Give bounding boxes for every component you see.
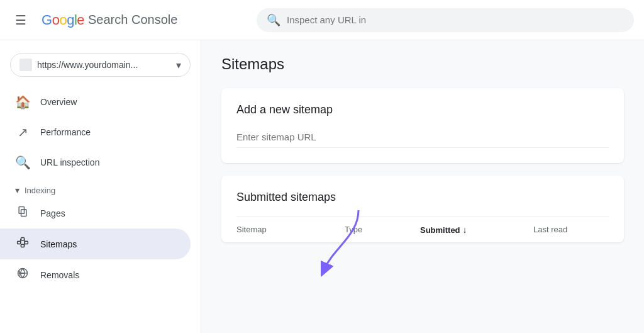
indexing-section-header[interactable]: ▾ Indexing [0,178,201,198]
svg-line-10 [25,239,25,242]
page-title: Sitemaps [221,55,624,73]
logo: Google Search Console [42,12,177,28]
trending-up-icon: ↗ [15,125,30,140]
svg-rect-1 [21,210,26,217]
search-input[interactable] [287,14,624,25]
sidebar-item-label: Performance [40,127,91,137]
sidebar-item-removals[interactable]: Removals [0,259,191,290]
svg-rect-4 [21,244,25,247]
header: ☰ Google Search Console 🔍 [0,0,644,40]
svg-line-11 [25,242,25,246]
pages-icon [15,205,30,221]
sitemap-icon [15,236,30,252]
product-name: Search Console [88,13,177,27]
sitemap-url-input[interactable] [236,127,609,148]
sidebar: https://www.yourdomain... ▾ 🏠 Overview ↗… [0,40,201,333]
add-sitemap-card: Add a new sitemap [221,88,624,163]
sidebar-item-label: Sitemaps [40,239,77,249]
svg-rect-5 [25,241,28,244]
col-submitted[interactable]: Submitted ↓ [420,225,533,235]
svg-rect-2 [18,241,21,244]
svg-rect-0 [19,207,24,214]
removals-icon [15,267,30,283]
section-title: Indexing [25,186,55,195]
menu-icon[interactable]: ☰ [10,8,31,33]
search-icon: 🔍 [15,155,30,170]
expand-icon: ▾ [15,185,19,195]
sidebar-item-label: URL inspection [40,157,99,167]
add-sitemap-title: Add a new sitemap [236,103,609,116]
table-header: Sitemap Type Submitted ↓ Last read [236,217,609,242]
col-sitemap: Sitemap [236,225,345,235]
sidebar-item-pages[interactable]: Pages [0,198,191,229]
home-icon: 🏠 [15,94,30,110]
col-last-read: Last read [533,225,609,235]
submitted-title: Submitted sitemaps [236,191,609,204]
sidebar-item-sitemaps[interactable]: Sitemaps [0,229,191,259]
sidebar-item-performance[interactable]: ↗ Performance [0,117,191,147]
sidebar-item-label: Overview [40,97,77,107]
google-wordmark: Google [42,12,84,28]
svg-line-15 [19,271,20,276]
chevron-down-icon: ▾ [176,59,181,71]
svg-rect-3 [21,238,25,240]
sidebar-item-overview[interactable]: 🏠 Overview [0,87,191,117]
main-layout: https://www.yourdomain... ▾ 🏠 Overview ↗… [0,40,644,333]
sidebar-item-label: Removals [40,270,79,280]
sidebar-item-label: Pages [40,208,65,218]
submitted-sitemaps-card: Submitted sitemaps Sitemap Type Submitte… [221,176,624,242]
domain-favicon [19,59,32,71]
search-bar[interactable]: 🔍 [257,8,634,32]
domain-text: https://www.yourdomain... [37,60,171,70]
search-icon: 🔍 [267,13,280,27]
sidebar-item-url-inspection[interactable]: 🔍 URL inspection [0,147,191,178]
col-type: Type [345,225,420,235]
sort-down-icon: ↓ [463,225,467,235]
content-area: Sitemaps Add a new sitemap Submitted sit… [201,40,644,333]
domain-selector[interactable]: https://www.yourdomain... ▾ [10,53,191,77]
